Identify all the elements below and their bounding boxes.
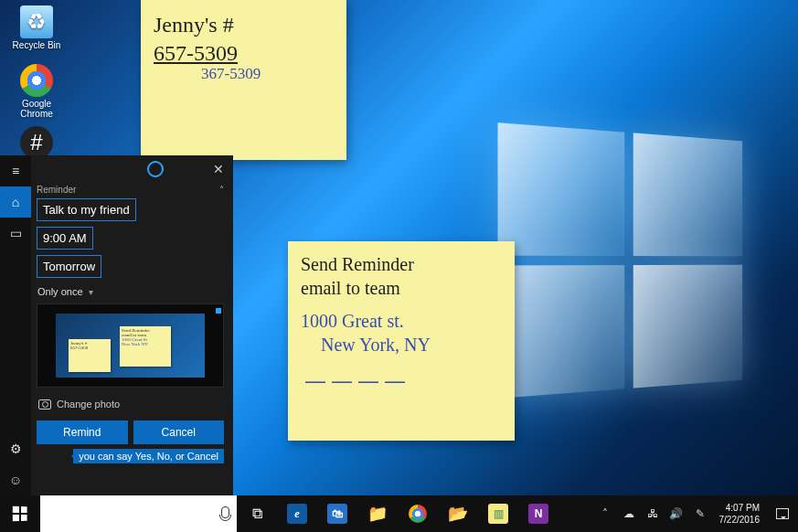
hamburger-icon[interactable]: ≡: [0, 155, 31, 186]
icon-label: Google Chrome: [9, 99, 64, 119]
change-photo-button[interactable]: Change photo: [37, 395, 224, 413]
repeat-value: Only once: [37, 286, 83, 297]
sticky-note-2[interactable]: Send Reminder email to team 1000 Great s…: [288, 241, 515, 441]
icon-label: Recycle Bin: [9, 40, 64, 50]
settings-icon[interactable]: ⚙: [0, 433, 31, 464]
cortana-search-box[interactable]: [40, 495, 237, 532]
action-center-button[interactable]: [767, 495, 798, 532]
system-tray: ˄ ☁ 🖧 🔊 ✎: [593, 495, 712, 532]
hint-text: you can say Yes, No, or Cancel: [73, 449, 224, 463]
reminder-time-input[interactable]: 9:00 AM: [37, 227, 93, 250]
tray-pen-icon[interactable]: ✎: [688, 507, 712, 520]
taskbar-app-folder[interactable]: 📂: [438, 495, 478, 532]
reminder-day-input[interactable]: Tomorrow: [37, 255, 101, 278]
tray-chevron-icon[interactable]: ˄: [593, 507, 617, 520]
reminder-repeat-select[interactable]: Only once ▾: [37, 283, 224, 303]
taskbar-app-onenote[interactable]: N: [518, 495, 559, 532]
cortana-panel: ≡ ⌂ ▭ ⚙ ☺ ✕ Reminder ˄ Talk to my friend…: [0, 155, 233, 495]
taskbar-app-chrome[interactable]: [398, 495, 438, 532]
feedback-icon[interactable]: ☺: [0, 464, 31, 495]
tray-network-icon[interactable]: 🖧: [641, 507, 665, 520]
reminder-photo-thumbnail[interactable]: Jenny's #657-5309 Send Reminderemail to …: [37, 303, 224, 388]
cortana-content: Reminder ˄ Talk to my friend 9:00 AM Tom…: [37, 185, 224, 488]
windows-logo-icon: [13, 506, 27, 522]
wallpaper-windows-logo: [498, 122, 743, 399]
start-button[interactable]: [0, 495, 40, 532]
tray-volume-icon[interactable]: 🔊: [665, 507, 688, 520]
sticky-note-1[interactable]: Jenny's # 657-5309 367-5309: [141, 0, 346, 160]
desktop[interactable]: ♻ Recycle Bin Google Chrome # Jenny's # …: [0, 0, 798, 532]
taskbar-app-edge[interactable]: e: [277, 495, 317, 532]
voice-hint-tooltip: you can say Yes, No, or Cancel: [37, 450, 224, 463]
taskbar-clock[interactable]: 4:07 PM 7/22/2016: [712, 495, 768, 532]
remind-button[interactable]: Remind: [37, 420, 128, 444]
cortana-logo-icon: [147, 161, 164, 177]
reminder-subject-input[interactable]: Talk to my friend: [37, 198, 136, 221]
note-line: Send Reminder: [301, 252, 502, 276]
notebook-icon[interactable]: ▭: [0, 218, 31, 249]
desktop-icon-chrome[interactable]: Google Chrome: [9, 64, 64, 119]
home-icon[interactable]: ⌂: [0, 186, 31, 218]
desktop-icon-recycle-bin[interactable]: ♻ Recycle Bin: [9, 5, 64, 50]
taskbar-app-file-explorer[interactable]: 📁: [357, 495, 398, 532]
task-view-button[interactable]: ⧉: [237, 495, 277, 532]
change-photo-label: Change photo: [57, 399, 120, 410]
chrome-icon: [409, 505, 427, 523]
note-line: email to team: [301, 276, 502, 300]
camera-icon: [38, 399, 51, 410]
note-line: 1000 Great st.: [301, 309, 502, 333]
note-line: 367-5309: [201, 64, 334, 84]
cancel-button[interactable]: Cancel: [133, 420, 225, 444]
notification-icon: [776, 508, 789, 519]
chevron-up-icon[interactable]: ˄: [219, 185, 224, 195]
note-line: Jenny's #: [154, 11, 334, 39]
chevron-down-icon: ▾: [89, 287, 93, 297]
close-icon[interactable]: ✕: [209, 158, 228, 180]
cortana-sidebar: ≡ ⌂ ▭ ⚙ ☺: [0, 155, 31, 495]
clock-time: 4:07 PM: [726, 502, 760, 515]
microphone-icon[interactable]: [220, 506, 229, 521]
note-underline: ＿＿＿＿: [301, 351, 502, 389]
clock-date: 7/22/2016: [719, 514, 761, 527]
taskbar: ⧉ e 🛍 📁 📂 ▥ N ˄ ☁ 🖧 🔊 ✎ 4:07 PM 7/22/201…: [0, 495, 798, 532]
section-label: Reminder: [37, 185, 76, 195]
tray-onedrive-icon[interactable]: ☁: [617, 507, 641, 520]
taskbar-app-store[interactable]: 🛍: [317, 495, 357, 532]
taskbar-app-sticky-notes[interactable]: ▥: [478, 495, 518, 532]
